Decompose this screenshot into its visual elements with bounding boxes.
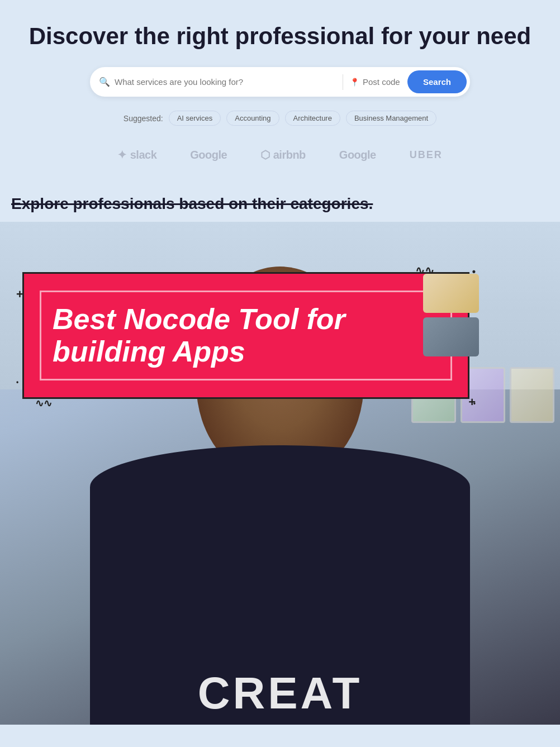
search-input[interactable] — [115, 77, 336, 87]
google-label-2: Google — [339, 149, 376, 161]
google-label-1: Google — [190, 149, 227, 161]
explore-title: Explore professionals based on their cat… — [11, 195, 549, 213]
postcode-input[interactable] — [363, 77, 407, 87]
search-icon: 🔍 — [99, 77, 110, 87]
tag-business[interactable]: Business Management — [346, 111, 436, 126]
nocode-box-inner: Best Nocode Tool for building Apps — [40, 291, 452, 380]
brand-google-1: Google — [190, 149, 227, 161]
airbnb-icon: ⬡ — [260, 148, 270, 161]
nocode-box: Best Nocode Tool for building Apps — [24, 274, 468, 397]
brand-slack: ✦ slack — [117, 148, 156, 161]
brand-google-2: Google — [339, 149, 376, 161]
decoration-dot-bl: • — [16, 378, 18, 386]
suggested-label: Suggested: — [124, 114, 163, 123]
airbnb-label: airbnb — [273, 149, 306, 161]
suggested-row: Suggested: AI services Accounting Archit… — [11, 111, 549, 126]
search-bar: 🔍 📍 Search — [90, 67, 470, 97]
brand-uber: UBER — [410, 149, 443, 161]
decoration-squiggle-bottom: ∿∿ — [35, 397, 52, 410]
slack-icon: ✦ — [117, 148, 127, 161]
slack-label: slack — [130, 149, 157, 161]
brands-row: ✦ slack Google ⬡ airbnb Google UBER — [11, 142, 549, 178]
tag-architecture[interactable]: Architecture — [285, 111, 340, 126]
tag-ai-services[interactable]: AI services — [169, 111, 221, 126]
nocode-promo-overlay: ∿∿ • + + ∿∿ • • + Best Nocode Tool for b… — [22, 272, 469, 398]
video-area: CREAT ∿∿ • + + ∿∿ • • + Best Nocode Tool… — [0, 222, 560, 725]
explore-section: Explore professionals based on their cat… — [0, 195, 560, 213]
uber-label: UBER — [410, 149, 443, 161]
wall-frame-3 — [510, 367, 554, 423]
nocode-title-line1: Best Nocode Tool for — [53, 303, 439, 335]
explore-title-text: Explore professionals based on their cat… — [11, 195, 373, 212]
divider — [343, 74, 343, 90]
decoration-plus-tl: + — [16, 287, 23, 302]
bg-cards — [423, 274, 490, 363]
decoration-plus-br: + — [468, 395, 476, 410]
nocode-title-line2: building Apps — [53, 336, 439, 368]
bottom-create-text: CREAT — [198, 668, 363, 719]
location-icon: 📍 — [350, 78, 359, 87]
bg-card-2 — [423, 317, 479, 356]
brand-airbnb: ⬡ airbnb — [260, 148, 306, 161]
top-section: Discover the right professional for your… — [0, 0, 560, 195]
hero-title: Discover the right professional for your… — [11, 22, 549, 50]
bg-card-1 — [423, 274, 479, 313]
search-button[interactable]: Search — [407, 70, 467, 93]
tag-accounting[interactable]: Accounting — [226, 111, 279, 126]
